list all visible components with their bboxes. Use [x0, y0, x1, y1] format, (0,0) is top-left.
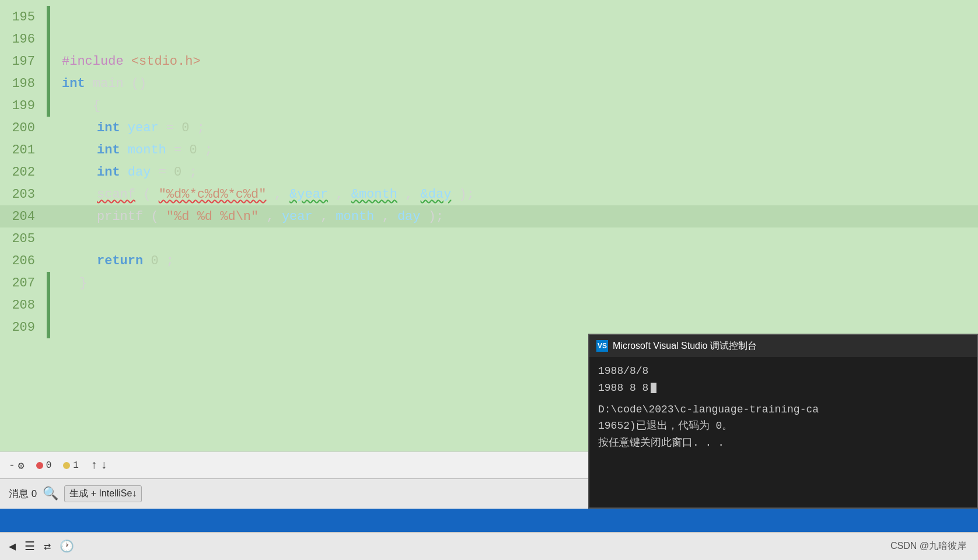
var-day: day	[128, 165, 151, 180]
console-title: Microsoft Visual Studio 调试控制台	[613, 340, 757, 352]
code-comma4: ,	[266, 209, 281, 224]
line-number: 204	[0, 205, 47, 228]
align-left-icon[interactable]: ☰	[25, 539, 35, 554]
code-paren-close2: );	[428, 209, 443, 224]
attribution-text: CSDN @九暗彼岸	[890, 540, 966, 552]
line-number: 206	[0, 250, 47, 272]
line-code	[50, 228, 978, 250]
keyword-int: int	[97, 121, 120, 135]
keyword-int: int	[62, 76, 85, 91]
keyword-int: int	[97, 165, 120, 180]
keyword-int: int	[97, 143, 120, 158]
line-number: 197	[0, 50, 47, 72]
arg-year2: year	[282, 209, 313, 224]
console-cursor	[651, 383, 656, 393]
console-line-3: D:\code\2023\c-language-training-ca	[598, 401, 968, 418]
line-number: 202	[0, 161, 47, 183]
code-line-197: 197 #include <stdio.h>	[0, 50, 978, 72]
filter-icon[interactable]: 🔍	[43, 486, 58, 502]
fn-scanf: scanf	[97, 187, 135, 202]
code-semi: ;	[197, 121, 205, 135]
warning-count: 1	[63, 460, 79, 471]
line-code	[50, 28, 978, 50]
line-number: 198	[0, 72, 47, 94]
code-line-208: 208	[0, 294, 978, 316]
progress-bar	[0, 509, 978, 532]
code-line-196: 196	[0, 28, 978, 50]
str-format2: "%d %d %d\n"	[166, 209, 259, 224]
code-paren-open: (	[143, 187, 151, 202]
vs-icon: VS	[596, 340, 608, 352]
code-line-201: 201 int month = 0 ;	[0, 139, 978, 161]
code-line-205: 205	[0, 228, 978, 250]
line-code: }	[50, 272, 978, 294]
arrow-left-icon[interactable]: ◀	[9, 539, 16, 554]
line-code: int month = 0 ;	[50, 139, 978, 161]
line-number: 199	[0, 94, 47, 117]
line-code: scanf ( "%d%*c%d%*c%d" , &year , &month …	[50, 183, 978, 205]
line-number: 200	[0, 117, 47, 139]
code-comma3: ,	[405, 187, 420, 202]
function-main: main	[93, 76, 124, 91]
code-comma2: ,	[336, 187, 351, 202]
arrow-down-icon[interactable]: ↓	[100, 459, 107, 472]
var-year: year	[128, 121, 159, 135]
message-label: 消息 0	[9, 487, 37, 501]
fn-printf: printf	[97, 209, 143, 224]
line-code: return 0 ;	[50, 250, 978, 272]
include-file: <stdio.h>	[131, 54, 201, 69]
code-semi2: ;	[166, 254, 174, 268]
build-intellisense-button[interactable]: 生成 + IntelliSe↓	[64, 485, 142, 502]
editor-area: 195 196 197 #include <stdio.h>	[0, 0, 978, 391]
console-line-5: 按任意键关闭此窗口. . .	[598, 435, 968, 452]
line-code: #include <stdio.h>	[50, 50, 978, 72]
line-code: {	[50, 94, 978, 117]
line-code: printf ( "%d %d %d\n" , year , month , d…	[50, 205, 978, 228]
var-month: month	[128, 143, 166, 158]
code-line-202: 202 int day = 0 ;	[0, 161, 978, 183]
keyword-include: #include	[62, 54, 124, 69]
code-operator: =	[174, 143, 189, 158]
dash-icon: -	[9, 460, 15, 471]
line-number: 205	[0, 228, 47, 250]
clock-icon[interactable]: 🕐	[60, 539, 74, 554]
code-line-204: 204 printf ( "%d %d %d\n" , year , month…	[0, 205, 978, 228]
line-number: 209	[0, 316, 47, 338]
warning-dot	[63, 462, 70, 469]
line-number: 201	[0, 139, 47, 161]
align-right-icon[interactable]: ⇄	[44, 539, 51, 554]
console-body: 1988/8/8 1988 8 8 D:\code\2023\c-languag…	[589, 357, 977, 508]
line-number: 195	[0, 6, 47, 28]
code-comma: ,	[274, 187, 289, 202]
code-comma5: ,	[320, 209, 336, 224]
code-semi: ;	[205, 143, 212, 158]
arg-month2: month	[336, 209, 374, 224]
arg-year: &year	[289, 187, 328, 202]
code-comma6: ,	[382, 209, 397, 224]
str-format: "%d%*c%d%*c%d"	[159, 187, 267, 202]
code-table: 195 196 197 #include <stdio.h>	[0, 6, 978, 338]
line-code	[50, 6, 978, 28]
arg-day2: day	[397, 209, 421, 224]
line-number: 203	[0, 183, 47, 205]
line-number: 196	[0, 28, 47, 50]
error-dot	[36, 462, 43, 469]
code-line-198: 198 int main ()	[0, 72, 978, 94]
arrow-up-icon[interactable]: ↑	[90, 459, 97, 472]
console-titlebar: VS Microsoft Visual Studio 调试控制台	[589, 335, 977, 357]
line-number: 208	[0, 294, 47, 316]
code-semi: ;	[189, 165, 197, 180]
brace-close: }	[79, 276, 87, 290]
nav-arrows: ↑ ↓	[90, 459, 107, 472]
warning-number: 1	[73, 460, 79, 471]
brace-open: {	[62, 99, 100, 113]
code-line-195: 195	[0, 6, 978, 28]
line-code: int day = 0 ;	[50, 161, 978, 183]
status-bar: - ⚙ 0 1 ↑ ↓	[0, 452, 589, 478]
arg-month: &month	[351, 187, 397, 202]
console-line-2: 1988 8 8	[598, 380, 968, 397]
error-count: 0	[36, 460, 52, 471]
code-line-200: 200 int year = 0 ;	[0, 117, 978, 139]
code-paren-close: );	[459, 187, 474, 202]
settings-icon[interactable]: ⚙	[18, 459, 25, 472]
